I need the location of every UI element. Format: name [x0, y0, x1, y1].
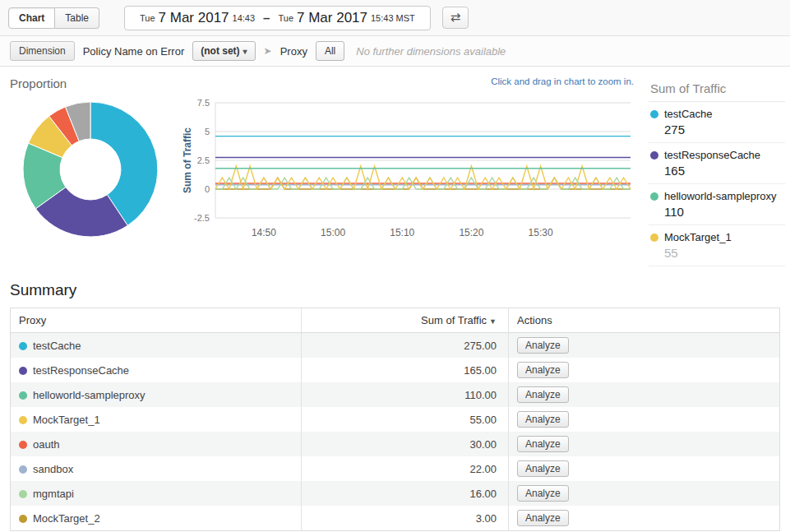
actions-cell: Analyze — [509, 358, 780, 382]
line-chart-panel: Click and drag in chart to zoom in. 7.55… — [181, 76, 644, 266]
analyze-button[interactable]: Analyze — [517, 411, 569, 428]
x-tick-label: 15:30 — [529, 227, 553, 238]
analyze-button[interactable]: Analyze — [517, 460, 569, 477]
chart-table-toggle: Chart Table — [8, 7, 99, 29]
actions-cell: Analyze — [509, 456, 780, 481]
dimension-value-dropdown[interactable]: (not set)▾ — [192, 41, 255, 61]
x-tick-label: 15:00 — [321, 227, 345, 238]
table-row: testResponseCache165.00Analyze — [11, 358, 780, 382]
proxy-cell: MockTarget_1 — [11, 407, 302, 432]
legend-series-name: testResponseCache — [664, 149, 760, 161]
y-tick-label: 7.5 — [197, 98, 210, 108]
summary-section: Summary Proxy Sum of Traffic▼ Actions te… — [10, 281, 780, 531]
actions-cell: Analyze — [509, 506, 780, 531]
dimension-bar: Dimension Policy Name on Error (not set)… — [0, 36, 790, 67]
donut-chart[interactable] — [8, 97, 173, 242]
legend-item[interactable]: testCache275 — [649, 102, 785, 143]
dimension-chip[interactable]: Dimension — [10, 41, 75, 61]
table-row: MockTarget_155.00Analyze — [11, 407, 780, 432]
column-header-sum-of-traffic[interactable]: Sum of Traffic▼ — [302, 308, 509, 333]
date-range-picker[interactable]: Tue 7 Mar 2017 14:43 – Tue 7 Mar 2017 15… — [124, 6, 431, 30]
no-dimensions-hint: No further dimensions available — [356, 45, 506, 58]
legend-item[interactable]: testResponseCache165 — [649, 143, 785, 184]
traffic-value-cell: 55.00 — [302, 407, 509, 432]
tab-chart[interactable]: Chart — [8, 7, 55, 29]
y-tick-label: 0 — [205, 184, 210, 194]
actions-cell: Analyze — [509, 382, 780, 407]
analyze-button[interactable]: Analyze — [517, 485, 569, 502]
actions-cell: Analyze — [509, 407, 780, 432]
analyze-button[interactable]: Analyze — [517, 337, 569, 354]
y-tick-label: 2.5 — [197, 155, 210, 165]
x-tick-label: 15:20 — [459, 227, 483, 238]
summary-table: Proxy Sum of Traffic▼ Actions testCache2… — [10, 308, 780, 531]
sort-desc-icon: ▼ — [489, 317, 497, 326]
x-tick-label: 15:10 — [390, 227, 414, 238]
series-color-dot — [19, 342, 27, 350]
series-color-dot — [19, 490, 27, 498]
legend-series-value: 55 — [650, 246, 785, 260]
zoom-hint: Click and drag in chart to zoom in. — [491, 76, 634, 86]
analyze-button[interactable]: Analyze — [517, 386, 569, 403]
series-color-dot — [19, 441, 27, 449]
start-date: 7 Mar 2017 — [159, 10, 229, 26]
proxy-all-button[interactable]: All — [316, 41, 344, 61]
traffic-value-cell: 22.00 — [302, 456, 509, 481]
summary-title: Summary — [10, 281, 780, 299]
legend-item[interactable]: helloworld-sampleproxy110 — [649, 184, 785, 225]
proxy-cell: testResponseCache — [11, 358, 302, 382]
column-header-proxy[interactable]: Proxy — [11, 308, 302, 333]
dropdown-selected-value: (not set) — [201, 45, 239, 57]
traffic-value-cell: 3.00 — [302, 506, 509, 531]
series-color-dot — [19, 515, 27, 523]
traffic-value-cell: 30.00 — [302, 432, 509, 456]
legend-title: Sum of Traffic — [649, 80, 785, 102]
series-color-dot — [19, 367, 27, 375]
series-color-dot — [19, 416, 27, 424]
legend-series-value: 165 — [650, 164, 785, 178]
traffic-line-chart[interactable]: 7.552.50-2.514:5015:0015:1015:2015:30Sum… — [181, 93, 641, 243]
traffic-value-cell: 110.00 — [302, 382, 509, 407]
series-line-mocktarget_1 — [215, 166, 631, 189]
series-color-dot — [650, 192, 658, 201]
analyze-button[interactable]: Analyze — [517, 510, 569, 526]
dimension-name-label: Policy Name on Error — [83, 45, 185, 58]
proxy-cell: helloworld-sampleproxy — [11, 382, 302, 407]
traffic-value-cell: 16.00 — [302, 481, 509, 506]
column-header-actions: Actions — [509, 308, 780, 333]
proxy-cell: oauth — [11, 432, 302, 456]
legend-series-value: 110 — [650, 205, 785, 219]
analyze-button[interactable]: Analyze — [517, 436, 569, 452]
analyze-button[interactable]: Analyze — [517, 362, 569, 378]
traffic-value-cell: 165.00 — [302, 358, 509, 382]
series-color-dot — [650, 110, 658, 118]
proxy-cell: sandbox — [11, 456, 302, 481]
legend-item[interactable]: MockTarget_155 — [649, 225, 785, 266]
legend-series-name: MockTarget_1 — [664, 231, 732, 243]
table-header-row: Proxy Sum of Traffic▼ Actions — [11, 308, 780, 333]
table-row: MockTarget_23.00Analyze — [11, 506, 780, 531]
series-color-dot — [19, 391, 27, 400]
proxy-cell: mgmtapi — [11, 481, 302, 506]
x-tick-label: 14:50 — [252, 227, 276, 238]
end-date: 7 Mar 2017 — [297, 10, 367, 26]
proportion-title: Proportion — [10, 76, 181, 90]
table-row: testCache275.00Analyze — [11, 333, 780, 359]
chart-region: Proportion Click and drag in chart to zo… — [0, 67, 790, 266]
table-row: helloworld-sampleproxy110.00Analyze — [11, 382, 780, 407]
actions-cell: Analyze — [509, 481, 780, 506]
arrow-right-icon: ➤ — [264, 45, 272, 57]
y-axis-label: Sum of Traffic — [182, 127, 193, 193]
proxy-name: MockTarget_1 — [33, 414, 100, 426]
refresh-button[interactable]: ⇄ — [442, 7, 469, 29]
traffic-value-cell: 275.00 — [302, 333, 509, 359]
table-row: mgmtapi16.00Analyze — [11, 481, 780, 506]
tab-table[interactable]: Table — [55, 7, 99, 29]
proxy-name: testCache — [33, 340, 81, 352]
proxy-dimension-label: Proxy — [280, 45, 307, 58]
y-tick-label: -2.5 — [194, 213, 210, 223]
legend-series-name: helloworld-sampleproxy — [664, 190, 777, 202]
legend-items: testCache275testResponseCache165hellowor… — [649, 102, 785, 266]
y-tick-label: 5 — [205, 127, 210, 136]
toolbar: Chart Table Tue 7 Mar 2017 14:43 – Tue 7… — [0, 0, 790, 36]
